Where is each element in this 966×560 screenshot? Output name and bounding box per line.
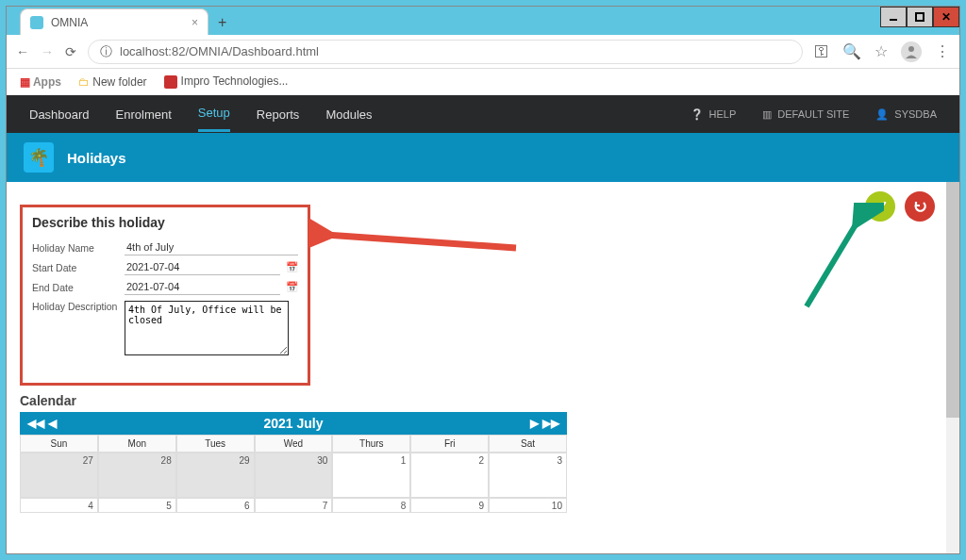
bookmark-new-folder[interactable]: 🗀 New folder [78, 75, 147, 89]
start-date-label: Start Date [32, 262, 125, 273]
nav-modules[interactable]: Modules [325, 98, 372, 131]
calendar-cell[interactable]: 2 [410, 453, 489, 498]
profile-avatar-icon[interactable] [901, 41, 922, 62]
favicon [30, 16, 43, 29]
calendar-cell[interactable]: 27 [20, 453, 98, 498]
end-date-input[interactable] [125, 279, 280, 295]
page-content: Describe this holiday Holiday Name Start… [7, 182, 959, 553]
svg-line-4 [807, 222, 858, 306]
help-icon: ❔ [691, 108, 704, 121]
scrollbar-thumb[interactable] [946, 182, 959, 418]
check-icon [874, 200, 887, 213]
address-bar[interactable]: ⓘ localhost:82/OMNIA/Dashboard.html [88, 40, 803, 64]
nav-enrolment[interactable]: Enrolment [116, 98, 172, 131]
nav-dashboard[interactable]: Dashboard [29, 98, 90, 131]
browser-menu-icon[interactable]: ⋮ [935, 42, 950, 60]
end-date-label: End Date [32, 282, 125, 293]
app-navbar: Dashboard Enrolment Setup Reports Module… [7, 95, 959, 133]
calendar-cell[interactable]: 1 [332, 453, 410, 498]
nav-setup[interactable]: Setup [198, 96, 230, 132]
calendar-day-header: Thurs [332, 435, 410, 453]
window-minimize-button[interactable] [880, 7, 907, 27]
calendar-day-header: Fri [410, 435, 489, 453]
calendar-prev-month-icon[interactable]: ◀ [48, 417, 57, 430]
browser-tabstrip: OMNIA × + [7, 7, 959, 35]
new-tab-button[interactable]: + [218, 14, 226, 31]
calendar-cell[interactable]: 29 [176, 453, 255, 498]
nav-forward-icon[interactable]: → [41, 44, 54, 59]
browser-toolbar: ← → ⟳ ⓘ localhost:82/OMNIA/Dashboard.htm… [7, 35, 959, 69]
svg-line-3 [325, 235, 516, 248]
calendar-day-header: Sun [20, 435, 98, 453]
calendar-date-number: 29 [239, 455, 249, 466]
vertical-scrollbar[interactable] [946, 182, 959, 553]
calendar-cell[interactable]: 8 [332, 498, 410, 513]
nav-site[interactable]: ▥ DEFAULT SITE [762, 108, 849, 121]
calendar-cell[interactable]: 5 [98, 498, 176, 513]
calendar-cell[interactable]: 30 [255, 453, 333, 498]
calendar-date-number: 8 [401, 501, 407, 511]
holiday-description-input[interactable] [125, 301, 289, 355]
nav-back-icon[interactable]: ← [16, 44, 29, 59]
bookmark-impro[interactable]: Impro Technologies... [164, 74, 289, 89]
calendar-cell[interactable]: 10 [489, 498, 567, 513]
calendar-panel: Calendar ◀◀ ◀ 2021 July ▶ ▶▶ SunMonTuesW… [20, 393, 567, 513]
calendar-date-number: 30 [317, 455, 327, 466]
zoom-icon[interactable]: 🔍 [842, 42, 861, 60]
window-maximize-button[interactable] [907, 7, 933, 27]
holiday-name-label: Holiday Name [32, 242, 125, 254]
calendar-cell[interactable]: 3 [489, 453, 567, 498]
page-title: Holidays [67, 150, 126, 166]
revert-button[interactable] [905, 191, 935, 222]
calendar-date-number: 10 [552, 501, 562, 511]
calendar-cell[interactable]: 28 [98, 453, 176, 498]
calendar-date-number: 6 [244, 501, 250, 511]
site-icon: ▥ [762, 108, 772, 121]
apps-shortcut[interactable]: ▦ Apps [20, 75, 61, 89]
calendar-date-number: 4 [88, 501, 93, 511]
calendar-date-number: 5 [166, 501, 172, 511]
calendar-day-header: Wed [255, 435, 333, 453]
annotation-red-arrow [308, 208, 525, 265]
calendar-cell[interactable]: 4 [20, 498, 98, 513]
url-text: localhost:82/OMNIA/Dashboard.html [120, 44, 319, 58]
form-heading: Describe this holiday [32, 215, 298, 230]
calendar-date-number: 28 [161, 455, 172, 466]
calendar-date-number: 7 [323, 501, 328, 511]
svg-rect-1 [916, 13, 924, 21]
window-close-button[interactable]: ✕ [933, 7, 959, 27]
calendar-heading: Calendar [20, 393, 567, 408]
holiday-description-label: Holiday Description [32, 301, 125, 312]
holiday-form: Describe this holiday Holiday Name Start… [20, 205, 310, 386]
calendar-prev-year-icon[interactable]: ◀◀ [27, 417, 44, 430]
calendar-day-header: Sat [489, 435, 567, 453]
calendar-date-number: 3 [557, 455, 562, 466]
site-info-icon[interactable]: ⓘ [100, 43, 112, 60]
nav-reload-icon[interactable]: ⟳ [65, 44, 76, 59]
bookmark-star-icon[interactable]: ☆ [874, 42, 888, 60]
calendar-day-header: Mon [98, 435, 176, 453]
start-date-input[interactable] [125, 259, 280, 275]
calendar-next-month-icon[interactable]: ▶ [530, 417, 539, 430]
calendar-date-number: 9 [479, 501, 485, 511]
calendar-cell[interactable]: 6 [176, 498, 255, 513]
calendar-cell[interactable]: 9 [410, 498, 489, 513]
browser-tab[interactable]: OMNIA × [20, 8, 208, 35]
tab-close-icon[interactable]: × [192, 16, 198, 29]
nav-reports[interactable]: Reports [257, 98, 300, 131]
calendar-date-number: 2 [479, 455, 485, 466]
calendar-day-header: Tues [176, 435, 255, 453]
calendar-next-year-icon[interactable]: ▶▶ [542, 417, 559, 430]
end-date-picker-icon[interactable]: 📅 [286, 281, 298, 293]
start-date-picker-icon[interactable]: 📅 [286, 261, 298, 273]
calendar-cell[interactable]: 7 [255, 498, 333, 513]
calendar-date-number: 27 [83, 455, 93, 466]
tab-title: OMNIA [51, 16, 88, 29]
svg-point-2 [908, 46, 914, 52]
nav-help[interactable]: ❔ HELP [691, 108, 737, 121]
undo-icon [913, 200, 926, 213]
key-icon[interactable]: ⚿ [814, 43, 829, 60]
holiday-name-input[interactable] [125, 239, 298, 255]
save-button[interactable] [865, 191, 895, 222]
nav-user[interactable]: 👤 SYSDBA [875, 108, 937, 121]
